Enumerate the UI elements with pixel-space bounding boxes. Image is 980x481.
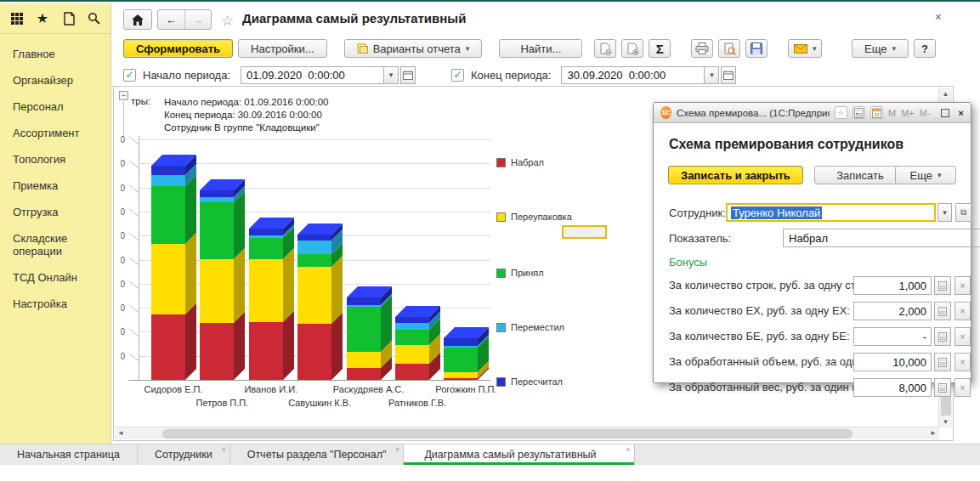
collapse-groups-button[interactable] (594, 39, 616, 58)
find-button[interactable]: Найти... (499, 39, 582, 58)
sidebar-item-sklad-operations[interactable]: Складские операции (0, 225, 110, 264)
bonus-input-lines[interactable] (853, 276, 932, 295)
calculator-button[interactable] (934, 353, 951, 371)
sidebar-item-nastroyka[interactable]: Настройка (0, 291, 110, 317)
segment-Принял[interactable] (151, 186, 185, 244)
floating-edit-box[interactable] (562, 225, 607, 239)
generate-button[interactable]: Сформировать (123, 39, 233, 58)
search-icon[interactable] (87, 11, 100, 26)
report-variants-button[interactable]: Варианты отчета▾ (344, 39, 483, 58)
tab-home[interactable]: Начальная страница (0, 444, 138, 465)
segment-Набрал[interactable] (395, 364, 429, 380)
calculator-icon[interactable] (853, 106, 865, 119)
save-button-dialog[interactable]: Записать (814, 166, 906, 184)
tab-close-icon[interactable]: × (626, 445, 630, 454)
sum-button[interactable]: Σ (649, 39, 671, 58)
clear-button[interactable]: × (955, 353, 971, 371)
bonus-input-be[interactable] (853, 327, 932, 346)
segment-Переупаковка[interactable] (297, 267, 331, 324)
segment-Переупаковка[interactable] (444, 372, 478, 378)
dialog-favorite-icon[interactable]: ☆ (835, 106, 847, 119)
segment-Набрал[interactable] (249, 322, 283, 380)
employee-field[interactable]: Туренко Николай (726, 203, 936, 222)
bar-Ратников Г.В.[interactable] (395, 306, 440, 380)
segment-Переупаковка[interactable] (200, 259, 234, 323)
bar-Раскудряев А.С.[interactable] (347, 286, 392, 380)
end-period-input[interactable] (561, 66, 704, 84)
segment-Переместил[interactable] (395, 323, 429, 330)
sidebar-item-tsd-online[interactable]: ТСД Онлайн (0, 264, 110, 291)
dialog-maximize-icon[interactable] (941, 109, 950, 117)
sidebar-item-personal[interactable]: Персонал (0, 93, 110, 120)
segment-Пересчитал[interactable] (347, 297, 381, 305)
settings-button[interactable]: Настройки... (238, 39, 327, 58)
end-period-checkbox[interactable]: ✓ (451, 69, 464, 82)
print-button[interactable] (691, 39, 713, 58)
bonus-input-ex[interactable] (853, 302, 932, 320)
segment-Пересчитал[interactable] (297, 235, 331, 240)
segment-Набрал[interactable] (444, 378, 478, 380)
segment-Переупаковка[interactable] (347, 352, 381, 368)
segment-Принял[interactable] (249, 238, 283, 259)
memory-mplus-button[interactable]: М+ (901, 108, 915, 118)
memory-m-button[interactable]: М (888, 108, 896, 118)
calculator-button[interactable] (934, 302, 951, 320)
memory-mminus-button[interactable]: М- (920, 108, 931, 118)
calculator-button[interactable] (934, 327, 951, 346)
segment-Принял[interactable] (444, 348, 478, 372)
bonus-input-volume[interactable] (853, 353, 932, 371)
dialog-more-button[interactable]: Еще▾ (895, 166, 956, 184)
segment-Принял[interactable] (395, 330, 429, 345)
tab-personal-reports[interactable]: Отчеты раздела "Персонал"× (230, 444, 405, 465)
calculator-button[interactable] (934, 276, 951, 295)
segment-Пересчитал[interactable] (151, 166, 185, 175)
save-button[interactable] (745, 39, 768, 58)
clear-button[interactable]: × (955, 378, 971, 397)
clear-button[interactable]: × (955, 327, 971, 346)
segment-Набрал[interactable] (297, 324, 331, 380)
employee-dropdown-icon[interactable]: ▾ (938, 203, 952, 222)
horizontal-scrollbar[interactable]: ◄ ► (115, 427, 939, 439)
tab-close-icon[interactable]: × (395, 445, 399, 454)
calendar-icon[interactable]: 31 (870, 106, 883, 119)
bar-Иванов И.И.[interactable] (249, 218, 294, 380)
segment-Принял[interactable] (200, 202, 234, 259)
segment-Принял[interactable] (297, 254, 331, 267)
tab-close-icon[interactable]: × (221, 445, 225, 454)
sidebar-item-glavnoe[interactable]: Главное (0, 41, 110, 67)
dialog-close-icon[interactable]: × (955, 108, 964, 118)
dialog-titlebar[interactable]: 1С Схема премирова... (1С:Предприятие) ☆… (654, 103, 971, 123)
add-favorite-star-icon[interactable]: ☆ (221, 12, 234, 30)
scroll-right-icon[interactable]: ► (927, 427, 939, 439)
back-button[interactable]: ← (158, 10, 185, 29)
segment-Переупаковка[interactable] (395, 345, 429, 364)
segment-Пересчитал[interactable] (444, 338, 478, 346)
sidebar-item-topology[interactable]: Топология (0, 146, 110, 173)
calculator-button[interactable] (934, 378, 951, 397)
segment-Переупаковка[interactable] (151, 244, 185, 314)
scroll-down-icon[interactable]: ▼ (939, 416, 952, 427)
tab-diagram-active[interactable]: Диаграмма самый результативный× (404, 444, 634, 465)
segment-Принял[interactable] (347, 307, 381, 352)
end-period-dropdown-icon[interactable]: ▾ (704, 66, 719, 84)
save-and-close-button[interactable]: Записать и закрыть (668, 166, 803, 184)
scroll-up-icon[interactable]: ▲ (939, 88, 952, 99)
help-button[interactable]: ? (914, 39, 936, 58)
bar-Рогожкин П.П.[interactable] (444, 327, 489, 380)
bar-Сидоров Е.П.[interactable] (151, 155, 196, 380)
segment-Набрал[interactable] (151, 314, 185, 380)
forward-button[interactable]: → (185, 10, 212, 29)
sidebar-item-priemka[interactable]: Приемка (0, 173, 110, 199)
send-mail-button[interactable]: ▾ (788, 39, 822, 58)
segment-Набрал[interactable] (200, 323, 234, 380)
history-icon[interactable] (61, 11, 75, 26)
segment-Набрал[interactable] (347, 368, 381, 380)
toolbar-more-button[interactable]: Еще▾ (852, 39, 909, 58)
segment-Пересчитал[interactable] (200, 190, 234, 197)
segment-Переупаковка[interactable] (249, 259, 283, 322)
indicator-field[interactable]: Набрал (783, 229, 980, 247)
employee-open-icon[interactable]: ⧉ (955, 203, 972, 222)
start-period-input[interactable] (241, 66, 383, 84)
favorites-star-icon[interactable]: ★ (36, 11, 49, 26)
main-menu-icon[interactable] (10, 11, 24, 26)
